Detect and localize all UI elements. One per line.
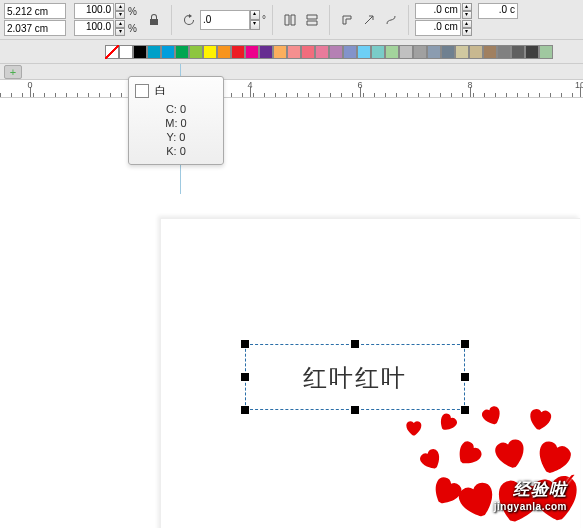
spinner-down-icon[interactable]: ▾	[115, 28, 125, 36]
color-swatch[interactable]	[525, 45, 539, 59]
color-swatch[interactable]	[329, 45, 343, 59]
percent-unit-label: %	[128, 23, 137, 34]
color-swatch[interactable]	[189, 45, 203, 59]
spinner-down-icon[interactable]: ▾	[250, 20, 260, 30]
dim-a-spinner[interactable]: ▴ ▾	[462, 3, 472, 19]
selection-handle[interactable]	[461, 406, 469, 414]
color-swatch[interactable]	[455, 45, 469, 59]
scale-x-input[interactable]: 100.0	[74, 3, 114, 19]
spinner-up-icon[interactable]: ▴	[462, 3, 472, 11]
selection-handle[interactable]	[351, 340, 359, 348]
rotate-icon-button[interactable]	[178, 9, 200, 31]
tooltip-black-value: K: 0	[135, 144, 217, 158]
ruler-label: 0	[27, 80, 32, 90]
rotate-icon	[182, 13, 196, 27]
wrap-button[interactable]	[336, 9, 358, 31]
color-swatch[interactable]	[385, 45, 399, 59]
toolbar-divider	[171, 5, 172, 35]
color-swatch[interactable]	[511, 45, 525, 59]
text-object[interactable]: 红叶红叶	[246, 345, 464, 411]
selection-handle[interactable]	[351, 406, 359, 414]
color-swatch[interactable]	[371, 45, 385, 59]
color-swatch[interactable]	[315, 45, 329, 59]
arrow-diag-icon	[362, 13, 376, 27]
scale-y-spinner[interactable]: ▴ ▾	[115, 20, 125, 36]
mirror-v-button[interactable]	[301, 9, 323, 31]
color-swatch[interactable]	[497, 45, 511, 59]
color-swatch[interactable]	[161, 45, 175, 59]
color-swatch[interactable]	[287, 45, 301, 59]
spinner-down-icon[interactable]: ▾	[115, 11, 125, 19]
curve-icon	[384, 13, 398, 27]
scale-x-spinner[interactable]: ▴ ▾	[115, 3, 125, 19]
property-toolbar: 5.212 cm 2.037 cm 100.0 ▴ ▾ % 100.0 ▴ ▾ …	[0, 0, 583, 40]
mirror-v-icon	[305, 13, 319, 27]
color-swatch[interactable]	[427, 45, 441, 59]
color-swatch[interactable]	[343, 45, 357, 59]
lock-ratio-button[interactable]	[143, 9, 165, 31]
page-tabs: +	[0, 64, 583, 80]
color-swatch[interactable]	[231, 45, 245, 59]
color-swatch[interactable]	[105, 45, 119, 59]
color-swatch[interactable]	[259, 45, 273, 59]
spinner-up-icon[interactable]: ▴	[115, 20, 125, 28]
dim-c-input[interactable]: .0 c	[478, 3, 518, 19]
selection-handle[interactable]	[241, 373, 249, 381]
wrap-button-2[interactable]	[358, 9, 380, 31]
color-swatch[interactable]	[483, 45, 497, 59]
dim-b-spinner[interactable]: ▴ ▾	[462, 20, 472, 36]
color-swatch[interactable]	[399, 45, 413, 59]
scale-y-input[interactable]: 100.0	[74, 20, 114, 36]
position-fields: 5.212 cm 2.037 cm	[4, 3, 66, 36]
color-swatch[interactable]	[273, 45, 287, 59]
color-swatch[interactable]	[133, 45, 147, 59]
rotation-spinner[interactable]: ▴ ▾	[250, 10, 260, 30]
wrap-button-3[interactable]	[380, 9, 402, 31]
color-swatch[interactable]	[147, 45, 161, 59]
dim-b-input[interactable]: .0 cm	[415, 20, 461, 36]
plus-icon: +	[10, 66, 16, 78]
color-swatch[interactable]	[413, 45, 427, 59]
selection-handle[interactable]	[241, 406, 249, 414]
color-swatch[interactable]	[357, 45, 371, 59]
canvas[interactable]: 红叶红叶 ✓ 经验啦 jingyanla.com	[0, 98, 583, 528]
tooltip-yellow-value: Y: 0	[135, 130, 217, 144]
color-swatch[interactable]	[539, 45, 553, 59]
color-swatch[interactable]	[469, 45, 483, 59]
ruler-label: 10	[575, 80, 583, 90]
y-position-input[interactable]: 2.037 cm	[4, 20, 66, 36]
ruler-label: 6	[357, 80, 362, 90]
toolbar-divider	[272, 5, 273, 35]
spinner-up-icon[interactable]: ▴	[462, 20, 472, 28]
add-page-button[interactable]: +	[4, 65, 22, 79]
color-swatch[interactable]	[245, 45, 259, 59]
dim-a-input[interactable]: .0 cm	[415, 3, 461, 19]
dimension-fields: .0 cm ▴ ▾ .0 cm ▴ ▾	[415, 3, 472, 36]
spinner-down-icon[interactable]: ▾	[462, 11, 472, 19]
tooltip-cyan-value: C: 0	[135, 102, 217, 116]
percent-unit-label: %	[128, 6, 137, 17]
selection-bounding-box[interactable]: 红叶红叶	[245, 344, 465, 410]
color-swatch[interactable]	[119, 45, 133, 59]
color-tooltip: 白 C: 0 M: 0 Y: 0 K: 0	[128, 76, 224, 165]
mirror-h-button[interactable]	[279, 9, 301, 31]
tooltip-color-name: 白	[155, 83, 166, 98]
spinner-up-icon[interactable]: ▴	[115, 3, 125, 11]
toolbar-divider	[408, 5, 409, 35]
horizontal-ruler[interactable]: 0246810	[0, 80, 583, 98]
color-swatch[interactable]	[301, 45, 315, 59]
rotation-input[interactable]	[200, 10, 250, 30]
color-swatch[interactable]	[441, 45, 455, 59]
spinner-up-icon[interactable]: ▴	[250, 10, 260, 20]
color-swatch[interactable]	[175, 45, 189, 59]
tooltip-magenta-value: M: 0	[135, 116, 217, 130]
mirror-h-icon	[283, 13, 297, 27]
x-position-input[interactable]: 5.212 cm	[4, 3, 66, 19]
selection-handle[interactable]	[461, 373, 469, 381]
color-swatch[interactable]	[203, 45, 217, 59]
selection-handle[interactable]	[461, 340, 469, 348]
color-swatch[interactable]	[217, 45, 231, 59]
selection-handle[interactable]	[241, 340, 249, 348]
scale-fields: 100.0 ▴ ▾ % 100.0 ▴ ▾ %	[74, 3, 137, 36]
spinner-down-icon[interactable]: ▾	[462, 28, 472, 36]
